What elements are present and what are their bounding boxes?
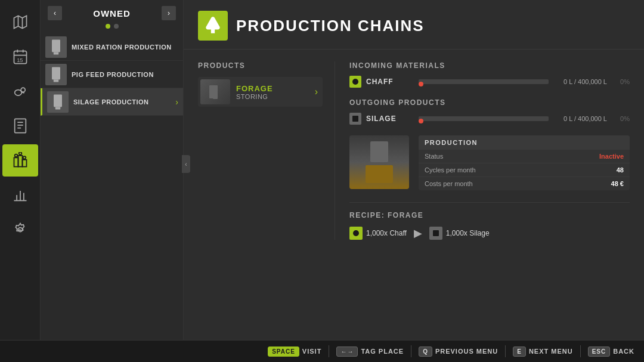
sidebar: 15 — [0, 0, 41, 340]
bottom-action-next: E NEXT MENU — [513, 346, 572, 357]
svg-rect-19 — [213, 96, 218, 99]
silage-amount: 0 L / 400,000 L — [553, 115, 607, 122]
outgoing-products-title: OUTGOING PRODUCTS — [349, 98, 630, 107]
key-esc[interactable]: ESC — [588, 346, 611, 357]
svg-text:15: 15 — [17, 57, 23, 63]
recipe-section: RECIPE: FORAGE 1,000x Chaff ▶ — [349, 202, 630, 240]
label-prev-menu: PREVIOUS MENU — [435, 348, 498, 355]
sidebar-item-map[interactable] — [2, 6, 38, 38]
chaff-recipe-icon — [349, 227, 363, 240]
product-thumbnail — [200, 79, 230, 104]
header-production-icon — [198, 11, 228, 41]
costs-value: 48 € — [611, 180, 624, 187]
product-arrow-icon: › — [315, 86, 318, 97]
svg-rect-15 — [54, 79, 58, 82]
sidebar-item-contracts[interactable] — [2, 110, 38, 142]
svg-point-3 — [21, 88, 25, 92]
production-stats-header: PRODUCTION — [419, 135, 630, 150]
stat-row-status: Status Inactive — [419, 150, 630, 163]
products-column: PRODUCTS FORAGE STORING › — [198, 61, 335, 240]
svg-point-10 — [23, 156, 26, 159]
sep1 — [329, 345, 329, 357]
svg-rect-6 — [18, 156, 22, 167]
details-column: INCOMING MATERIALS CHAFF 0 L / 400,000 L… — [335, 61, 630, 240]
stat-row-cycles: Cycles per month 48 — [419, 163, 630, 177]
recipe-input: 1,000x Chaff — [349, 227, 407, 240]
collapse-handle[interactable]: ‹ — [182, 155, 190, 173]
svg-rect-4 — [14, 119, 26, 132]
recipe-output-text: 1,000x Silage — [446, 229, 490, 237]
product-card-forage[interactable]: FORAGE STORING › — [198, 77, 323, 107]
silage-pct: 0% — [612, 115, 630, 122]
silage-recipe-icon — [429, 227, 442, 240]
svg-rect-21 — [352, 116, 358, 122]
recipe-output: 1,000x Silage — [429, 227, 490, 240]
label-next-menu: NEXT MENU — [529, 348, 573, 355]
facility-mixed-ration[interactable]: MIXED RATION PRODUCTION — [41, 33, 183, 61]
facility-name-mixed-ration: MIXED RATION PRODUCTION — [72, 44, 172, 51]
bottom-action-back: ESC BACK — [588, 346, 634, 357]
svg-point-9 — [18, 152, 21, 155]
material-row-chaff: CHAFF 0 L / 400,000 L 0% — [349, 76, 630, 88]
svg-point-20 — [352, 79, 358, 85]
incoming-materials-title: INCOMING MATERIALS — [349, 61, 630, 70]
recipe-arrow-icon: ▶ — [414, 227, 422, 240]
facility-pig-feed[interactable]: PIG FEED PRODUCTION — [41, 61, 183, 88]
bottom-action-space: SPACE VISIT — [268, 346, 321, 357]
owned-title: OWNED — [93, 8, 131, 18]
owned-next-button[interactable]: › — [162, 6, 176, 20]
sidebar-item-settings[interactable] — [2, 214, 38, 246]
production-visual — [349, 135, 409, 189]
production-stats: PRODUCTION Status Inactive Cycles per mo… — [419, 135, 630, 190]
incoming-materials-section: INCOMING MATERIALS CHAFF 0 L / 400,000 L… — [349, 61, 630, 88]
sep2 — [411, 345, 411, 357]
svg-point-8 — [14, 154, 17, 157]
chaff-icon — [349, 76, 361, 88]
recipe-input-text: 1,000x Chaff — [366, 229, 407, 237]
chaff-pct: 0% — [612, 78, 630, 85]
sidebar-item-calendar[interactable]: 15 — [2, 41, 38, 73]
sidebar-item-animals[interactable] — [2, 75, 38, 107]
production-visual-inner — [349, 135, 409, 189]
production-box: PRODUCTION Status Inactive Cycles per mo… — [349, 135, 630, 190]
svg-rect-14 — [52, 67, 60, 79]
material-name-silage: SILAGE — [366, 115, 414, 123]
cycles-value: 48 — [617, 166, 624, 174]
key-space[interactable]: SPACE — [268, 346, 299, 357]
svg-rect-7 — [22, 160, 26, 167]
silage-icon — [349, 113, 361, 125]
facility-icon-silage — [47, 91, 69, 113]
silo-top — [370, 141, 388, 162]
sidebar-item-production[interactable] — [2, 144, 38, 177]
sidebar-item-statistics[interactable] — [2, 179, 38, 211]
facility-silage[interactable]: SILAGE PRODUCTION › — [41, 88, 183, 116]
products-section-label: PRODUCTS — [198, 61, 323, 70]
sep4 — [580, 345, 581, 357]
label-back: BACK — [613, 348, 634, 355]
recipe-flow: 1,000x Chaff ▶ 1,000x Silage — [349, 227, 630, 240]
owned-prev-button[interactable]: ‹ — [48, 6, 62, 20]
owned-dot-2 — [114, 24, 119, 29]
label-tag: TAG PLACE — [361, 348, 404, 355]
svg-rect-16 — [54, 94, 62, 107]
key-e[interactable]: E — [513, 346, 526, 357]
chaff-bar — [419, 79, 549, 84]
status-label: Status — [425, 153, 443, 160]
svg-rect-13 — [54, 52, 58, 54]
chaff-amount: 0 L / 400,000 L — [553, 78, 607, 85]
main-content: PRODUCTION CHAINS PRODUCTS FORAGE STORIN — [184, 0, 644, 340]
material-name-chaff: CHAFF — [366, 78, 414, 86]
bottom-action-prev: Q PREVIOUS MENU — [419, 346, 498, 357]
facility-icon-pig-feed — [45, 64, 67, 85]
content-area: PRODUCTS FORAGE STORING › — [184, 49, 644, 252]
svg-rect-5 — [14, 157, 18, 166]
key-arrows[interactable]: ←→ — [336, 346, 358, 357]
product-info: FORAGE STORING — [236, 84, 309, 100]
svg-rect-17 — [55, 107, 60, 109]
key-q[interactable]: Q — [419, 346, 432, 357]
svg-point-22 — [353, 230, 359, 236]
recipe-title: RECIPE: FORAGE — [349, 211, 630, 219]
owned-dots — [41, 24, 183, 33]
bottom-action-tag: ←→ TAG PLACE — [336, 346, 404, 357]
stat-row-costs: Costs per month 48 € — [419, 177, 630, 190]
